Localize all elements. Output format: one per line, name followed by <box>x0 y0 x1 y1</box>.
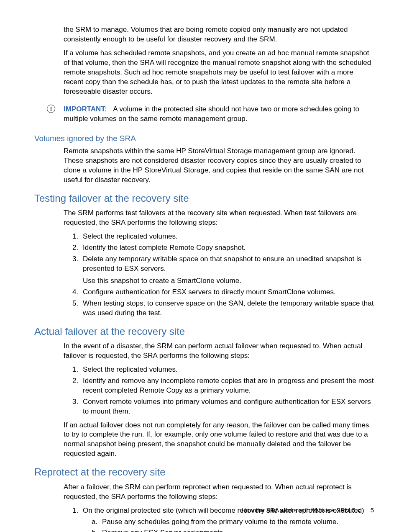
list-item: Identify the latest complete Remote Copy… <box>80 243 374 253</box>
substep-text: Pause any schedules going from the prima… <box>102 518 338 526</box>
actual-steps-list: Select the replicated volumes. Identify … <box>64 365 374 416</box>
step-text: When testing stops, to conserve space on… <box>83 299 374 317</box>
list-item: Pause any schedules going from the prima… <box>100 517 374 527</box>
reprotect-intro: After a failover, the SRM can perform re… <box>64 483 374 502</box>
step-text: Identify and remove any incomplete remot… <box>83 377 374 394</box>
actual-outro: If an actual failover does not run compl… <box>64 421 374 459</box>
substep-text: Remove any ESX Server assignments. <box>102 529 225 532</box>
actual-intro: In the event of a disaster, the SRM can … <box>64 342 374 361</box>
ignored-paragraph: Remote snapshots within the same HP Stor… <box>64 146 374 185</box>
list-item: Select the replicated volumes. <box>80 232 374 242</box>
intro-paragraph-1: the SRM to manage. Volumes that are bein… <box>64 25 374 44</box>
important-callout: ! IMPORTANT: A volume in the protected s… <box>64 101 374 128</box>
list-item: Convert remote volumes into primary volu… <box>80 397 374 416</box>
step-text: Convert remote volumes into primary volu… <box>83 398 371 415</box>
step-text: Identify the latest complete Remote Copy… <box>83 244 246 252</box>
step-text: Select the replicated volumes. <box>83 232 178 240</box>
list-item: Select the replicated volumes. <box>80 365 374 375</box>
reprotect-sublist: Pause any schedules going from the prima… <box>83 517 374 532</box>
list-item: Delete any temporary writable space on t… <box>80 254 374 286</box>
page-number: 5 <box>371 506 374 514</box>
page-footer: How the SRA works with VMware SRM 5.x 5 <box>241 506 374 514</box>
heading-actual-failover: Actual failover at the recovery site <box>34 325 374 338</box>
list-item: Remove any ESX Server assignments. <box>100 528 374 532</box>
testing-intro: The SRM performs test failovers at the r… <box>64 208 374 228</box>
testing-steps-list: Select the replicated volumes. Identify … <box>64 232 374 318</box>
heading-volumes-ignored: Volumes ignored by the SRA <box>34 133 374 144</box>
footer-text: How the SRA works with VMware SRM 5.x <box>241 506 360 514</box>
heading-testing-failover: Testing failover at the recovery site <box>34 192 374 205</box>
step-text: Select the replicated volumes. <box>83 365 178 373</box>
step-text: Delete any temporary writable space on t… <box>83 255 361 272</box>
page-content: the SRM to manage. Volumes that are bein… <box>0 0 399 532</box>
list-item: Configure authentication for ESX servers… <box>80 288 374 297</box>
important-label: IMPORTANT: <box>64 105 107 113</box>
list-item: Identify and remove any incomplete remot… <box>80 376 374 396</box>
intro-paragraph-2: If a volume has scheduled remote snapsho… <box>64 49 374 97</box>
heading-reprotect: Reprotect at the recovery site <box>34 465 374 479</box>
list-item: When testing stops, to conserve space on… <box>80 299 374 318</box>
important-text: A volume in the protected site should no… <box>64 105 359 123</box>
step-extra-text: Use this snapshot to create a SmartClone… <box>83 276 374 286</box>
step-text: Configure authentication for ESX servers… <box>83 288 336 296</box>
important-icon: ! <box>47 105 55 113</box>
